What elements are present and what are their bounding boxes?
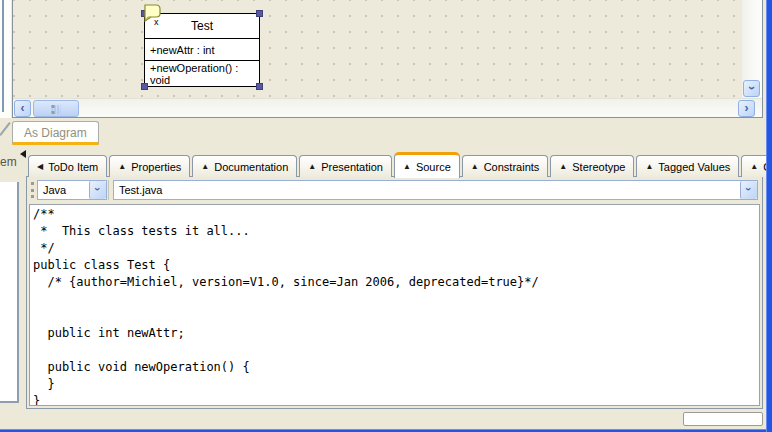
tab-label: Stereotype xyxy=(572,161,625,173)
tab-label: ToDo Item xyxy=(48,161,98,173)
scroll-right-button[interactable]: › xyxy=(738,100,755,117)
thumb-grip-icon xyxy=(52,105,61,114)
detail-tab-row: ◀ToDo Item▲Properties▲Documentation▲Pres… xyxy=(28,151,772,177)
left-pane-tab-edge xyxy=(0,122,11,136)
chevron-down-icon: › xyxy=(745,86,759,90)
note-clarifier-icon[interactable]: x xyxy=(141,3,165,31)
tab-label: Properties xyxy=(131,161,181,173)
source-code-editor[interactable]: /** * This class tests it all... */ publ… xyxy=(29,204,760,406)
scroll-down-button[interactable]: › xyxy=(743,80,760,97)
uml-class-operation[interactable]: +newOperation() : void xyxy=(145,60,259,86)
horizontal-scroll-thumb[interactable] xyxy=(33,100,79,117)
language-select[interactable]: Java › xyxy=(37,180,107,200)
status-field xyxy=(683,412,763,426)
selection-handle[interactable] xyxy=(141,83,148,90)
chevron-left-icon: ‹ xyxy=(21,101,25,115)
source-panel: Java › Test.java › /** * This class test… xyxy=(26,176,763,409)
vertical-scrollbar[interactable]: › xyxy=(742,0,762,98)
left-triangle-icon: ◀ xyxy=(37,163,43,171)
toolbar-separator xyxy=(108,180,109,200)
up-triangle-icon: ▲ xyxy=(201,163,209,171)
uml-class-box[interactable]: x Test +newAttr : int +newOperation() : … xyxy=(144,13,260,87)
window-border-right xyxy=(766,0,772,432)
selection-handle[interactable] xyxy=(256,10,263,17)
tab-tagged-values[interactable]: ▲Tagged Values xyxy=(636,155,739,177)
toolbar-grip-icon[interactable] xyxy=(31,182,34,198)
up-triangle-icon: ▲ xyxy=(471,163,479,171)
tab-documentation[interactable]: ▲Documentation xyxy=(192,155,297,177)
tab-label: Constraints xyxy=(484,161,540,173)
diagram-panel: x Test +newAttr : int +newOperation() : … xyxy=(12,0,763,118)
source-toolbar: Java › Test.java › xyxy=(27,177,762,204)
tab-source[interactable]: ▲Source xyxy=(394,152,460,178)
tab-constraints[interactable]: ▲Constraints xyxy=(462,155,549,177)
horizontal-scrollbar[interactable]: ‹ › xyxy=(13,98,762,117)
tab-as-diagram[interactable]: As Diagram xyxy=(12,121,99,145)
source-code-text[interactable]: /** * This class tests it all... */ publ… xyxy=(33,206,759,406)
argouml-window: em x Test +newAttr : int +newOperation()… xyxy=(0,0,772,432)
scroll-left-button[interactable]: ‹ xyxy=(14,100,31,117)
tab-properties[interactable]: ▲Properties xyxy=(109,155,190,177)
chevron-down-icon[interactable]: › xyxy=(740,181,757,199)
tab-label: Presentation xyxy=(321,161,383,173)
tab-stereotype[interactable]: ▲Stereotype xyxy=(550,155,634,177)
tab-label: Tagged Values xyxy=(658,161,730,173)
up-triangle-icon: ▲ xyxy=(308,163,316,171)
left-pane-body-fragment xyxy=(0,182,19,403)
diagram-canvas[interactable]: x Test +newAttr : int +newOperation() : … xyxy=(13,0,742,98)
up-triangle-icon: ▲ xyxy=(645,163,653,171)
selection-handle[interactable] xyxy=(256,83,263,90)
up-triangle-icon: ▲ xyxy=(403,163,411,171)
left-pane-tab-label-fragment: em xyxy=(0,155,17,169)
filename-value: Test.java xyxy=(114,184,740,196)
pane-splitter[interactable] xyxy=(2,0,4,112)
tab-overflow-marker-icon[interactable] xyxy=(20,150,26,158)
status-bar xyxy=(0,410,766,429)
tab-label: Documentation xyxy=(214,161,288,173)
tab-todo-item[interactable]: ◀ToDo Item xyxy=(28,155,107,177)
chevron-right-icon: › xyxy=(745,101,749,115)
tab-presentation[interactable]: ▲Presentation xyxy=(299,155,392,177)
up-triangle-icon: ▲ xyxy=(118,163,126,171)
up-triangle-icon: ▲ xyxy=(750,163,758,171)
svg-text:x: x xyxy=(154,17,159,27)
up-triangle-icon: ▲ xyxy=(559,163,567,171)
left-pane-fragment xyxy=(0,0,11,118)
tab-label: Source xyxy=(416,161,451,173)
filename-combobox[interactable]: Test.java › xyxy=(113,180,758,200)
uml-class-attribute[interactable]: +newAttr : int xyxy=(145,38,259,60)
chevron-down-icon[interactable]: › xyxy=(89,181,106,199)
language-value: Java xyxy=(38,184,89,196)
